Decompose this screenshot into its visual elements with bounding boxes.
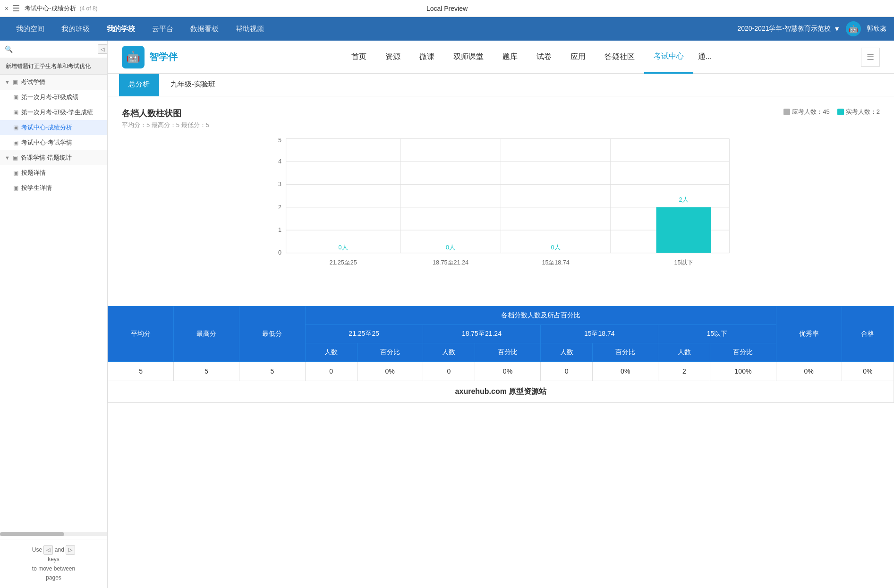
sidebar-item-exam-situation[interactable]: ▣ 考试中心-考试学情 (0, 135, 107, 150)
sidebar-item-by-question[interactable]: ▣ 按题详情 (0, 165, 107, 180)
th-r3-pct: 百分比 (593, 343, 658, 362)
hint-pages: pages (46, 574, 61, 581)
search-icon: 🔍 (5, 45, 13, 53)
hint-keys: keys (48, 556, 60, 562)
close-icon[interactable]: × (5, 5, 9, 12)
nav-item-help[interactable]: 帮助视频 (227, 17, 272, 41)
year-selector[interactable]: 2020-2021学年-智慧教育示范校 ▼ (738, 25, 840, 33)
legend-expected-dot (783, 109, 790, 115)
th-min: 最低分 (239, 307, 305, 362)
sidebar-group-prep: ▼ ▣ 备课学情-错题统计 ▣ 按题详情 ▣ 按学生详情 (0, 150, 107, 196)
folder-icon: ▣ (13, 79, 18, 85)
table-section: 平均分 最高分 最低分 各档分数人数及所占百分比 优秀率 合格 21.25至25… (108, 306, 894, 412)
next-key-hint: ▷ (66, 545, 75, 555)
legend-actual: 实考人数：2 (837, 108, 880, 116)
sidebar-search-bar: 🔍 ◁ ▷ (0, 41, 107, 58)
brand-nav: 首页 资源 微课 双师课堂 题库 试卷 应用 答疑社区 考试中心 通... (216, 41, 842, 74)
sidebar-item-exam-analysis[interactable]: ▣ 考试中心-成绩分析 (0, 120, 107, 135)
sidebar-item-label: 按学生详情 (21, 184, 52, 192)
panel-toggle-button[interactable]: ☰ (861, 48, 880, 67)
legend-expected-label: 应考人数：45 (792, 108, 829, 116)
bar-chart-container: 0 1 2 3 4 5 (122, 134, 880, 295)
sidebar-group-label-prep: 备课学情-错题统计 (21, 153, 72, 162)
legend-actual-dot (837, 109, 844, 115)
window-title: 考试中心-成绩分析 (25, 4, 76, 13)
td-pass: 0% (842, 362, 894, 381)
page-icon: ▣ (13, 94, 18, 101)
brand-nav-app[interactable]: 应用 (561, 41, 595, 74)
brand-nav-home[interactable]: 首页 (342, 41, 376, 74)
th-range-title: 各档分数人数及所占百分比 (305, 307, 776, 325)
sidebar-item-monthly-student[interactable]: ▣ 第一次月考-班级-学生成绩 (0, 105, 107, 120)
year-label: 2020-2021学年-智慧教育示范校 (738, 25, 831, 33)
td-avg: 5 (108, 362, 174, 381)
svg-text:2: 2 (278, 204, 281, 211)
avatar[interactable]: 🤖 (846, 21, 861, 36)
user-name: 郭欣蕊 (867, 25, 886, 33)
page-icon: ▣ (13, 139, 18, 146)
svg-text:21.25至25: 21.25至25 (329, 259, 357, 266)
tab-grade9-class[interactable]: 九年级-实验班 (161, 74, 225, 96)
sidebar-item-label: 按题详情 (21, 169, 46, 177)
th-range1: 21.25至25 (305, 325, 423, 343)
svg-text:18.75至21.24: 18.75至21.24 (433, 259, 468, 266)
nav-item-dashboard[interactable]: 数据看板 (182, 17, 227, 41)
svg-text:0人: 0人 (339, 244, 348, 251)
sidebar-group-exam: ▼ ▣ 考试学情 ▣ 第一次月考-班级成绩 ▣ 第一次月考-班级-学生成绩 ▣ … (0, 75, 107, 150)
nav-item-myschool[interactable]: 我的学校 (98, 17, 144, 41)
chart-title: 各档人数柱状图 (122, 108, 209, 119)
legend-expected: 应考人数：45 (783, 108, 829, 116)
prev-page-button[interactable]: ◁ (98, 44, 107, 54)
brand-nav-exam[interactable]: 考试中心 (644, 41, 693, 74)
search-input[interactable] (16, 46, 95, 53)
sidebar-group-header-prep[interactable]: ▼ ▣ 备课学情-错题统计 (0, 150, 107, 165)
svg-text:3: 3 (278, 181, 281, 187)
nav-item-cloud[interactable]: 云平台 (144, 17, 182, 41)
nav-item-myclass[interactable]: 我的班级 (53, 17, 98, 41)
brand-nav-paper[interactable]: 试卷 (527, 41, 561, 74)
logo-text: 智学伴 (149, 51, 178, 63)
th-r1-pct: 百分比 (357, 343, 423, 362)
collapse-arrow-icon: ▼ (5, 79, 10, 85)
brand-nav-resource[interactable]: 资源 (376, 41, 410, 74)
sidebar-group-header-exam[interactable]: ▼ ▣ 考试学情 (0, 75, 107, 90)
page-icon: ▣ (13, 124, 18, 131)
th-max: 最高分 (174, 307, 239, 362)
page-icon: ▣ (13, 170, 18, 176)
nav-item-myspace[interactable]: 我的空间 (8, 17, 53, 41)
sidebar-bottom-hint: Use ◁ and ▷ keys to move between pages (0, 539, 107, 588)
sidebar-item-label: 考试中心-成绩分析 (21, 123, 72, 132)
sidebar-expand-handle[interactable]: ▶ (107, 305, 108, 324)
brand-nav-more[interactable]: 通... (693, 41, 716, 74)
page-icon: ▣ (13, 109, 18, 116)
brand-logo: 🤖 智学伴 (122, 46, 197, 68)
th-excellence: 优秀率 (776, 307, 842, 362)
td-r2-pct: 0% (475, 362, 540, 381)
brand-nav-dual[interactable]: 双师课堂 (444, 41, 493, 74)
chart-legend: 应考人数：45 实考人数：2 (783, 108, 880, 116)
watermark-text: axurehub.com 原型资源站 (108, 381, 894, 403)
nav-right: 2020-2021学年-智慧教育示范校 ▼ 🤖 郭欣蕊 (738, 21, 886, 36)
svg-text:2人: 2人 (679, 196, 689, 203)
nav-bar: 我的空间 我的班级 我的学校 云平台 数据看板 帮助视频 2020-2021学年… (0, 17, 894, 41)
logo-icon: 🤖 (122, 46, 145, 68)
svg-text:4: 4 (278, 158, 281, 165)
svg-text:1: 1 (278, 227, 281, 233)
svg-text:0人: 0人 (551, 244, 561, 251)
chevron-down-icon: ▼ (834, 25, 840, 33)
sidebar-item-by-student[interactable]: ▣ 按学生详情 (0, 180, 107, 196)
hint-move: to move between (32, 565, 75, 572)
sidebar-item-label: 第一次月考-班级成绩 (21, 93, 78, 102)
sidebar-item-monthly-class[interactable]: ▣ 第一次月考-班级成绩 (0, 90, 107, 105)
sidebar-scrollbar[interactable] (0, 532, 107, 536)
tab-bar: 总分析 九年级-实验班 (108, 74, 894, 96)
local-preview-label: Local Preview (426, 5, 468, 12)
brand-nav-qa[interactable]: 答疑社区 (595, 41, 644, 74)
brand-nav-question[interactable]: 题库 (493, 41, 527, 74)
td-max: 5 (174, 362, 239, 381)
tab-total-analysis[interactable]: 总分析 (119, 74, 159, 96)
th-pass: 合格 (842, 307, 894, 362)
sidebar-promo: 新增错题订正学生名单和考试优化 (0, 58, 107, 75)
brand-nav-micro[interactable]: 微课 (410, 41, 444, 74)
chart-subtitle: 平均分：5 最高分：5 最低分：5 (122, 121, 209, 129)
